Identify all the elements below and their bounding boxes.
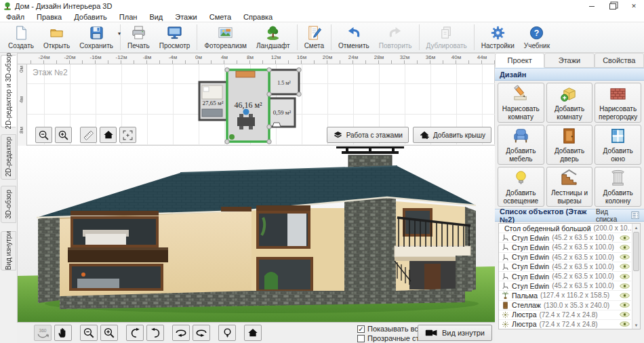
photorealism-button[interactable]: Фотореализм (199, 24, 251, 51)
scroll-down-icon[interactable]: ▼ (632, 321, 640, 329)
list-item[interactable]: Пальма(127.4 x 116.2 x 158.5) (499, 291, 631, 300)
visibility-eye-icon[interactable] (620, 293, 630, 298)
list-item[interactable]: Стул Edwin(45.2 x 63.5 x 100.0) (499, 281, 631, 291)
open-button[interactable]: Открыть (39, 24, 75, 51)
tab-inside-view[interactable]: Вид изнутри (1, 231, 16, 270)
save-button[interactable]: Сохранить▾ (75, 24, 118, 51)
inside-view-button[interactable]: Вид изнутри (418, 325, 492, 341)
plan-zoom-out-button[interactable] (35, 127, 52, 143)
add-lighting-button[interactable]: Добавить освещение (498, 167, 544, 207)
settings-button[interactable]: Настройки (477, 24, 519, 51)
close-button[interactable] (624, 0, 644, 12)
list-item[interactable]: Люстра(72.4 x 72.4 x 24.8) (499, 320, 631, 329)
redo-button[interactable]: Повторить (374, 24, 417, 51)
visibility-eye-icon[interactable] (620, 302, 630, 308)
floor-plan-drawing[interactable]: 27,65 м² 46,16 м² 1.5 м² 0,59 м² (197, 64, 305, 145)
zoom-in-3d-button[interactable] (100, 325, 118, 341)
stairs-cutouts-button[interactable]: Лестницы и вырезы (546, 167, 593, 207)
visibility-eye-icon[interactable] (620, 321, 630, 327)
draw-partition-button[interactable]: Нарисовать перегородку (595, 83, 641, 123)
menu-view[interactable]: Вид (143, 13, 169, 21)
tab-properties[interactable]: Свойства (595, 53, 644, 68)
menu-edit[interactable]: Правка (31, 13, 68, 21)
show-all-floors-checkbox[interactable] (357, 325, 365, 333)
list-scrollbar[interactable]: ▲ ▼ (632, 224, 640, 329)
plan-home-button[interactable] (100, 127, 117, 143)
visibility-eye-icon[interactable] (620, 245, 630, 250)
add-roof-button[interactable]: Добавить крышу (413, 127, 491, 143)
menu-help[interactable]: Справка (237, 13, 279, 21)
measure-button[interactable] (80, 127, 97, 143)
list-item[interactable]: Стол обеденный большой(200.0 x 10… (499, 224, 631, 233)
camera-icon (425, 328, 438, 338)
zoom-in-icon (58, 129, 69, 141)
preview-button[interactable]: Просмотр (155, 24, 195, 51)
object-list[interactable]: Стол обеденный большой(200.0 x 10… Стул … (498, 223, 641, 329)
orbit-left-button[interactable] (172, 325, 190, 341)
visibility-eye-icon[interactable] (620, 283, 630, 289)
undo-button[interactable]: Отменить (334, 24, 374, 51)
dresser-2d[interactable] (236, 71, 255, 77)
list-item[interactable]: Стеллаж(130.0 x 35.3 x 240.0) (499, 301, 631, 310)
list-item[interactable]: Стул Edwin(45.2 x 63.5 x 100.0) (499, 272, 631, 281)
minimize-button[interactable] (582, 0, 602, 12)
list-view-toggle[interactable]: Вид списка (596, 208, 639, 223)
list-item[interactable]: Стул Edwin(45.2 x 63.5 x 100.0) (499, 262, 631, 272)
tutorial-button[interactable]: Учебник (519, 24, 555, 51)
tab-project[interactable]: Проект (495, 53, 544, 68)
home-view-button[interactable] (244, 325, 262, 341)
print-button[interactable]: Печать (123, 24, 155, 51)
plan-grid-button[interactable] (119, 127, 136, 143)
orbit-right-button[interactable] (193, 325, 210, 341)
tab-2d-editor[interactable]: 2D-редактор (1, 134, 16, 180)
visibility-eye-icon[interactable] (620, 235, 630, 241)
zoom-out-3d-button[interactable] (80, 325, 98, 341)
floors-work-button[interactable]: Работа с этажами (327, 127, 409, 143)
table-2d[interactable] (237, 117, 255, 126)
menu-plan[interactable]: План (113, 13, 144, 21)
rotate-right-button[interactable] (146, 325, 164, 341)
transparent-walls-checkbox[interactable] (357, 335, 365, 342)
list-item[interactable]: Люстра(72.4 x 72.4 x 24.8) (499, 310, 631, 320)
plan-zoom-in-button[interactable] (55, 127, 72, 143)
visibility-eye-icon[interactable] (620, 254, 630, 260)
tab-floors[interactable]: Этажи (544, 53, 594, 68)
plan-canvas[interactable]: Этаж №2 (27, 64, 495, 145)
list-item[interactable]: Стул Edwin(45.2 x 63.5 x 100.0) (499, 253, 631, 262)
view-3d-panel[interactable] (17, 146, 495, 322)
visibility-eye-icon[interactable] (620, 264, 630, 269)
add-door-button[interactable]: Добавить дверь (546, 125, 593, 165)
list-item[interactable]: Стул Edwin(45.2 x 63.5 x 100.0) (499, 243, 631, 252)
menu-floors[interactable]: Этажи (169, 13, 203, 21)
draw-room-button[interactable]: Нарисовать комнату (498, 83, 544, 123)
gear-icon (490, 25, 506, 41)
menu-estimate[interactable]: Смета (203, 13, 237, 21)
add-room-button[interactable]: Добавить комнату (546, 83, 593, 123)
add-column-button[interactable]: Добавить колонну (595, 167, 641, 207)
visibility-eye-icon[interactable] (620, 274, 630, 279)
add-furniture-button[interactable]: Добавить мебель (498, 125, 544, 165)
pan-button[interactable] (54, 325, 72, 341)
estimate-button[interactable]: Смета (300, 24, 329, 51)
save-dropdown-arrow-icon[interactable]: ▾ (118, 31, 121, 37)
add-window-button[interactable]: Добавить окно (595, 125, 641, 165)
scroll-up-icon[interactable]: ▲ (632, 224, 640, 231)
menu-add[interactable]: Добавить (68, 13, 113, 21)
rotate-360-button[interactable] (34, 325, 52, 341)
restore-button[interactable] (603, 0, 623, 12)
tab-2d-and-3d[interactable]: 2D-редактор и 3D-обзор (1, 55, 16, 127)
scrollbar-thumb[interactable] (633, 232, 639, 271)
duplicate-button[interactable]: Дублировать (422, 24, 472, 51)
sofa-2d[interactable] (202, 109, 222, 117)
lighting-toggle-button[interactable] (218, 325, 236, 341)
house-3d-render[interactable] (18, 146, 496, 322)
plant-2d[interactable] (229, 134, 235, 140)
rotate-right-icon (150, 327, 161, 339)
visibility-eye-icon[interactable] (620, 312, 630, 317)
tab-3d-view[interactable]: 3D-обзор (1, 186, 16, 223)
menu-file[interactable]: Файл (0, 13, 31, 21)
rotate-left-button[interactable] (126, 325, 144, 341)
list-item[interactable]: Стул Edwin(45.2 x 63.5 x 100.0) (499, 233, 631, 243)
new-button[interactable]: Создать (3, 24, 39, 51)
landscape-button[interactable]: Ландшафт (251, 24, 295, 51)
